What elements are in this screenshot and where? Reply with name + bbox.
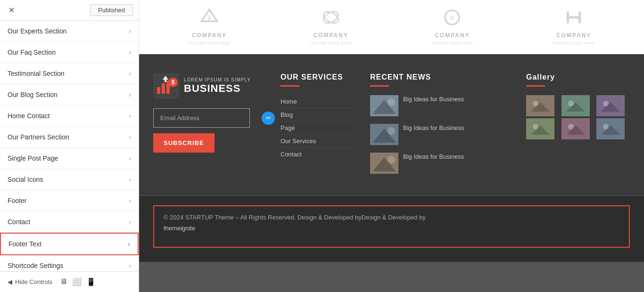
email-input[interactable]: [153, 108, 250, 128]
sidebar-item-label-footer-text: Footer Text: [8, 240, 41, 248]
sidebar-item-our-blog-section[interactable]: Our Blog Section›: [0, 84, 139, 105]
logo-tagline-0: TAGLINE GOES HERE: [188, 41, 231, 45]
sidebar-item-home-contact[interactable]: Home Contact›: [0, 105, 139, 127]
svg-text:$: $: [172, 79, 175, 86]
sidebar-item-our-experts-section[interactable]: Our Experts Section›: [0, 21, 139, 42]
sidebar-item-label-social-icons: Social Icons: [8, 176, 43, 183]
news-thumb-0: [370, 95, 398, 116]
mobile-icon[interactable]: 📱: [86, 277, 96, 286]
news-title-0[interactable]: Big Ideas for Business: [403, 95, 464, 104]
sidebar-item-label-contact: Contact: [8, 218, 30, 226]
services-link-contact[interactable]: Contact: [281, 148, 356, 161]
news-thumb-1: [370, 124, 398, 145]
logo-icon-0: [195, 8, 223, 29]
logo-name-1: COMPANY: [313, 32, 348, 39]
sidebar-item-label-testimonial-section: Testimonial Section: [8, 70, 65, 77]
sidebar-item-label-shortcode-settings: Shortcode Settings: [8, 262, 63, 269]
svg-rect-6: [567, 16, 581, 18]
chevron-icon-footer: ›: [129, 197, 131, 204]
gallery-thumb-1[interactable]: [561, 95, 590, 116]
footer-copyright: © 2024 STARTUP Theme – All Rights Reserv…: [164, 214, 619, 221]
news-title-2[interactable]: Big Ideas for Business: [403, 153, 464, 161]
logo-tagline-2: TAGLINE GOES HERE: [431, 41, 473, 45]
chevron-icon-shortcode-settings: ›: [129, 262, 131, 269]
logo-item-0: COMPANY TAGLINE GOES HERE: [188, 8, 231, 45]
svg-rect-8: [157, 87, 160, 94]
sidebar-header: ✕ Published: [0, 0, 139, 21]
logo-icon-2: ©: [438, 8, 466, 29]
footer-bottom: © 2024 STARTUP Theme – All Rights Reserv…: [139, 195, 644, 262]
svg-point-17: [388, 98, 395, 106]
sidebar-item-label-our-blog-section: Our Blog Section: [8, 91, 58, 98]
svg-point-1: [322, 9, 340, 25]
gallery-thumb-2[interactable]: [596, 95, 625, 116]
gallery-thumb-0[interactable]: [526, 95, 554, 116]
logo-tagline-3: TAGLINE GOES HERE: [553, 41, 595, 45]
brand-business: BUSINESS: [184, 82, 251, 95]
sidebar-item-our-faq-section[interactable]: Our Faq Section›: [0, 42, 139, 63]
sidebar-item-footer-text[interactable]: Footer Text›: [0, 233, 139, 255]
services-link-our-services[interactable]: Our Services: [281, 135, 356, 148]
news-item-2: Big Ideas for Business: [370, 153, 512, 174]
edit-icon[interactable]: ✏: [262, 112, 275, 125]
chevron-icon-our-experts-section: ›: [129, 27, 131, 35]
email-input-wrap: ✏: [153, 108, 266, 128]
svg-point-20: [388, 127, 395, 135]
sidebar-item-label-home-contact: Home Contact: [8, 112, 50, 120]
desktop-icon[interactable]: 🖥: [60, 277, 67, 286]
hide-controls-label: Hide Controls: [15, 278, 52, 285]
footer-news-column: RECENT NEWS Big Ideas for Business Big I…: [370, 73, 512, 181]
sidebar-item-testimonial-section[interactable]: Testimonial Section›: [0, 63, 139, 84]
main-content: COMPANY TAGLINE GOES HERE COMPANY TAGLIN…: [139, 0, 644, 292]
chevron-icon-home-contact: ›: [129, 112, 131, 120]
logo-name-0: COMPANY: [192, 32, 227, 39]
chevron-icon-our-faq-section: ›: [129, 49, 131, 56]
services-link-blog[interactable]: Blog: [281, 108, 356, 122]
subscribe-button[interactable]: SUBSCRIBE: [153, 133, 215, 153]
gallery-grid: [526, 95, 630, 139]
sidebar-nav-list: Our Experts Section›Our Faq Section›Test…: [0, 21, 139, 271]
sidebar-item-single-post-page[interactable]: Single Post Page›: [0, 148, 139, 169]
hide-controls-button[interactable]: ◀ Hide Controls: [8, 278, 52, 285]
sidebar-item-footer[interactable]: Footer›: [0, 190, 139, 211]
services-link-home[interactable]: Home: [281, 95, 356, 108]
tablet-icon[interactable]: ⬜: [72, 277, 82, 286]
footer-dev-name: themeignite: [164, 225, 195, 232]
services-link-page[interactable]: Page: [281, 122, 356, 135]
sidebar-item-shortcode-settings[interactable]: Shortcode Settings›: [0, 255, 139, 271]
footer-section: $ LOREM IPSUM IS SIMPLY BUSINESS ✏ SUBSC…: [139, 54, 644, 195]
chevron-icon-footer-text: ›: [128, 240, 130, 248]
published-button[interactable]: Published: [90, 4, 133, 16]
gallery-thumb-4[interactable]: [561, 118, 590, 139]
sidebar-item-label-our-partners-section: Our Partners Section: [8, 133, 69, 141]
svg-point-23: [388, 156, 395, 163]
svg-rect-9: [162, 83, 165, 94]
logo-name-3: COMPANY: [556, 32, 591, 39]
sidebar: ✕ Published Our Experts Section›Our Faq …: [0, 0, 139, 292]
sidebar-footer: ◀ Hide Controls 🖥 ⬜ 📱: [0, 271, 139, 292]
sidebar-item-our-partners-section[interactable]: Our Partners Section›: [0, 127, 139, 148]
news-item-1: Big Ideas for Business: [370, 124, 512, 145]
svg-rect-14: [165, 79, 166, 82]
news-title-1[interactable]: Big Ideas for Business: [403, 124, 464, 132]
brand-text: LOREM IPSUM IS SIMPLY BUSINESS: [184, 77, 251, 95]
services-divider: [281, 85, 299, 87]
sidebar-item-contact[interactable]: Contact›: [0, 211, 139, 233]
sidebar-item-label-our-experts-section: Our Experts Section: [8, 27, 66, 35]
logo-name-2: COMPANY: [435, 32, 470, 39]
svg-text:©: ©: [450, 14, 454, 21]
logo-tagline-1: TAGLINE GOES HERE: [310, 41, 352, 45]
gallery-thumb-3[interactable]: [526, 118, 554, 139]
gallery-thumb-5[interactable]: [596, 118, 625, 139]
gallery-title: Gallery: [526, 73, 630, 81]
footer-gallery-column: Gallery: [526, 73, 630, 181]
sidebar-item-social-icons[interactable]: Social Icons›: [0, 169, 139, 190]
device-icons-group: 🖥 ⬜ 📱: [60, 277, 96, 286]
close-button[interactable]: ✕: [6, 5, 17, 16]
chevron-left-icon: ◀: [8, 278, 12, 285]
chevron-icon-contact: ›: [129, 218, 131, 226]
logo-icon-3: [560, 8, 588, 29]
chevron-icon-testimonial-section: ›: [129, 70, 131, 77]
news-thumb-2: [370, 153, 398, 174]
news-items-list: Big Ideas for Business Big Ideas for Bus…: [370, 95, 512, 174]
